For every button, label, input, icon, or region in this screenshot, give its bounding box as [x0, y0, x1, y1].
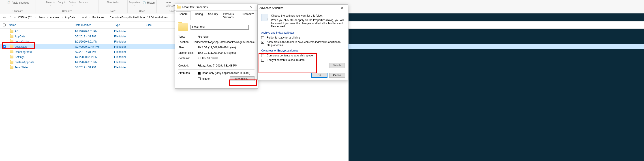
folder-icon — [10, 66, 14, 69]
size-label: Size: — [178, 46, 198, 49]
attributes-label: Attributes: — [178, 72, 198, 74]
adv-intro1: Choose the settings you want for this fo… — [271, 14, 344, 17]
crumb-6[interactable]: CanonicalGroupLimited.Ubuntu18.04onWindo… — [108, 15, 171, 20]
file-type: File folder — [114, 66, 146, 69]
file-name: RoamingState — [15, 50, 32, 54]
column-date[interactable]: Date modified — [75, 24, 114, 27]
hidden-checkbox[interactable] — [198, 78, 200, 80]
advanced-attributes-dialog: Advanced Attributes ✕ Choose the setting… — [258, 4, 348, 80]
crumb-1[interactable]: Users — [36, 15, 46, 20]
file-date: 6/7/2019 4:31 PM — [75, 35, 114, 38]
paste-shortcut-icon: 📋 — [7, 1, 10, 4]
ribbon-group-select: Select — [169, 10, 176, 12]
adv-settings-icon — [261, 14, 268, 21]
folder-icon — [10, 56, 14, 58]
folder-icon — [10, 30, 14, 33]
readonly-label: Read-only (Only applies to files in fold… — [202, 72, 250, 74]
folder-icon — [10, 50, 14, 53]
close-button[interactable]: ✕ — [247, 5, 256, 9]
index-allow-checkbox[interactable] — [261, 41, 264, 44]
advanced-button[interactable]: Advanced... — [230, 76, 254, 81]
file-type: File folder — [114, 30, 146, 33]
sizeondisk-label: Size on disk: — [178, 51, 198, 54]
location-value: C:\Users\mattwoj\AppData\Local\Packages\… — [192, 40, 254, 44]
rename-button[interactable]: Rename — [78, 1, 88, 4]
adv-intro2: When you click OK or Apply on the Proper… — [271, 18, 344, 28]
adv-close-button[interactable]: ✕ — [337, 6, 346, 10]
file-type: File folder — [114, 45, 146, 48]
paste-shortcut-button[interactable]: 📋 Paste shortcut — [7, 1, 29, 4]
type-value: File folder — [198, 35, 254, 38]
file-date: 7/27/2020 12:47 PM — [75, 45, 114, 48]
folder-icon — [177, 5, 181, 9]
tab-customize[interactable]: Customize — [239, 12, 257, 20]
location-label: Location: — [178, 40, 192, 44]
compress-checkbox[interactable] — [261, 54, 264, 57]
breadcrumb-prefix: « — [14, 16, 16, 19]
created-label: Created: — [178, 64, 198, 67]
tabs: General Sharing Security Previous Versio… — [175, 10, 258, 20]
details-button[interactable]: Details — [330, 63, 344, 68]
encrypt-label: Encrypt contents to secure data — [267, 58, 305, 62]
file-date: 6/7/2019 4:31 PM — [75, 50, 114, 54]
crumb-5[interactable]: Packages — [91, 15, 106, 20]
adv-title: Advanced Attributes — [260, 6, 337, 10]
file-date: 1/21/2020 6:02 PM — [75, 56, 114, 59]
crumb-3[interactable]: AppData — [63, 15, 76, 20]
ribbon-group-new: New — [110, 10, 115, 12]
tab-security[interactable]: Security — [206, 12, 220, 20]
file-type: File folder — [114, 61, 146, 64]
index-allow-label: Allow files in this folder to have conte… — [267, 40, 344, 47]
folder-icon — [10, 40, 14, 43]
history-icon: 🕘 — [142, 1, 146, 4]
archive-ready-checkbox[interactable] — [261, 36, 264, 39]
ribbon-group-organize: Organize — [62, 10, 72, 12]
readonly-checkbox[interactable] — [198, 72, 200, 74]
properties-button[interactable]: Properties▾ — [129, 1, 140, 6]
row-checkbox[interactable] — [3, 45, 6, 48]
contains-label: Contains: — [178, 57, 198, 60]
file-type: File folder — [114, 56, 146, 59]
file-name: SystemAppData — [15, 61, 34, 64]
crumb-4[interactable]: Local — [79, 15, 88, 20]
folder-name-input[interactable] — [190, 25, 249, 30]
tab-general[interactable]: General — [176, 12, 191, 20]
encrypt-checkbox[interactable] — [261, 59, 264, 62]
hidden-label: Hidden — [202, 77, 210, 80]
file-name: Settings — [15, 56, 24, 59]
type-label: Type: — [178, 35, 198, 38]
delete-button[interactable]: Delete▾ — [69, 1, 76, 6]
move-to-button[interactable]: Move to▾ — [46, 1, 55, 6]
crumb-2[interactable]: mattwoj — [49, 15, 61, 20]
file-type: File folder — [114, 50, 146, 54]
file-date: 1/21/2020 6:01 PM — [75, 30, 114, 33]
file-name: LocalCache — [15, 40, 29, 43]
big-folder-icon — [178, 23, 188, 31]
contains-value: 2 Files, 3 Folders — [198, 57, 254, 60]
tab-previous-versions[interactable]: Previous Versions — [221, 12, 238, 20]
tab-sharing[interactable]: Sharing — [191, 12, 205, 20]
file-date: 1/21/2020 6:01 PM — [75, 61, 114, 64]
dialog-title: LocalState Properties — [181, 6, 247, 9]
nav-up-button[interactable]: 🡡 — [8, 15, 12, 20]
nav-back-button[interactable]: 🡠 — [2, 15, 7, 20]
copy-to-button[interactable]: Copy to▾ — [58, 1, 66, 6]
created-value: Friday, June 7, 2019, 4:31:08 PM — [198, 64, 254, 67]
column-size[interactable]: Size — [146, 24, 173, 27]
cancel-button[interactable]: Cancel — [329, 73, 346, 78]
folder-icon — [10, 61, 14, 64]
select-all-checkbox[interactable] — [3, 24, 6, 26]
column-type[interactable]: Type — [114, 24, 146, 27]
sizeondisk-value: 10.2 GB (11,008,999,424 bytes) — [198, 51, 254, 54]
archive-heading: Archive and Index attributes — [261, 31, 344, 34]
crumb-0[interactable]: OSDisk (C:) — [17, 15, 34, 20]
history-button[interactable]: 🕘 History — [142, 1, 155, 4]
new-folder-button[interactable]: New folder — [107, 1, 119, 4]
size-value: 10.2 GB (11,008,999,424 bytes) — [198, 46, 254, 49]
file-type: File folder — [114, 35, 146, 38]
compress-label: Compress contents to save disk space — [267, 54, 313, 57]
column-name[interactable]: Name — [8, 24, 75, 27]
folder-icon — [10, 45, 14, 48]
file-type: File folder — [114, 40, 146, 43]
ok-button[interactable]: OK — [311, 73, 328, 78]
